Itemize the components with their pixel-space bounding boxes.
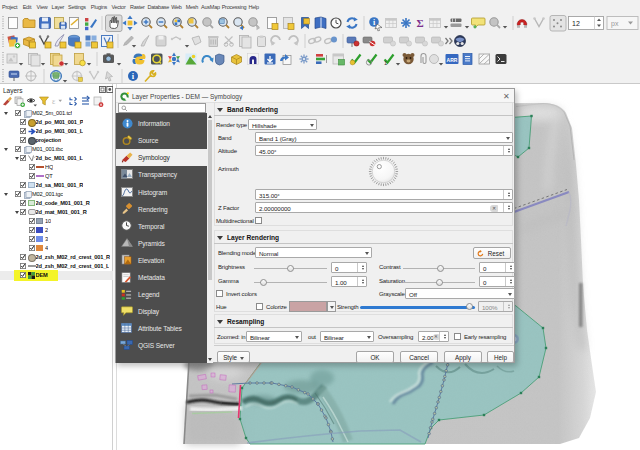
svg-text:Σ: Σ — [416, 17, 423, 29]
svg-text:ARR: ARR — [447, 57, 458, 63]
svg-text:12: 12 — [572, 20, 580, 27]
svg-text:px: px — [611, 20, 619, 28]
